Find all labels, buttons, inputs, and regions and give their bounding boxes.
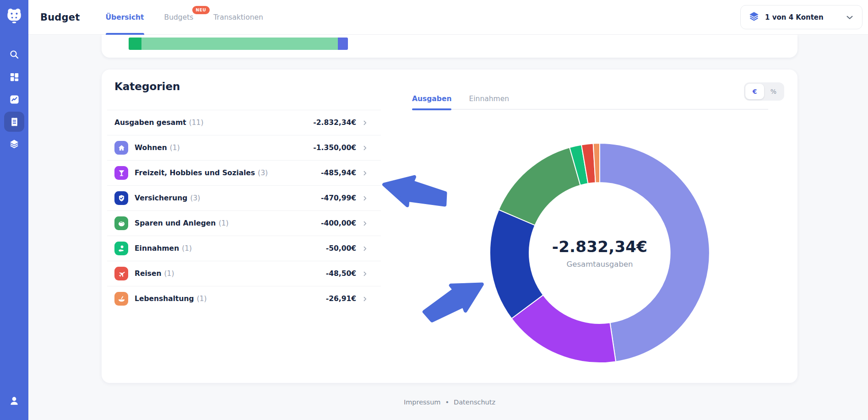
chart-tabs: Ausgaben Einnahmen bbox=[412, 92, 768, 110]
footer-separator: • bbox=[445, 398, 449, 406]
category-value: -48,50€ bbox=[326, 269, 356, 278]
header: Budget Übersicht Budgets NEU Transaktion… bbox=[28, 0, 868, 35]
category-label: Reisen bbox=[135, 269, 162, 278]
chevron-right-icon bbox=[361, 169, 369, 177]
tab-transaktionen-label: Transaktionen bbox=[213, 13, 263, 22]
category-count: (1) bbox=[218, 219, 228, 227]
donut-segment-wohnen[interactable] bbox=[600, 143, 710, 361]
cocktail-icon bbox=[114, 166, 128, 180]
layers-icon bbox=[748, 11, 760, 24]
category-row[interactable]: Versicherung(3)-470,99€ bbox=[107, 185, 381, 210]
category-row[interactable]: Ausgaben gesamt(11)-2.832,34€ bbox=[107, 110, 381, 135]
category-label: Versicherung bbox=[135, 194, 187, 202]
line-chart-icon[interactable] bbox=[4, 89, 24, 109]
chevron-right-icon bbox=[361, 295, 369, 303]
category-count: (3) bbox=[258, 169, 268, 177]
category-row[interactable]: Lebenshaltung(1)-26,91€ bbox=[107, 286, 381, 311]
chevron-right-icon bbox=[361, 119, 369, 127]
kategorien-title: Kategorien bbox=[114, 81, 180, 92]
category-row[interactable]: Sparen und Anlegen(1)-400,00€ bbox=[107, 210, 381, 236]
chevron-right-icon bbox=[361, 245, 369, 253]
percent-toggle-button[interactable]: % bbox=[764, 84, 783, 99]
budget-progress-card bbox=[102, 35, 797, 58]
tab-budgets[interactable]: Budgets NEU bbox=[164, 0, 194, 35]
hand-coin-icon bbox=[114, 242, 128, 255]
category-row[interactable]: Reisen(1)-48,50€ bbox=[107, 261, 381, 286]
airplane-icon bbox=[114, 267, 128, 280]
bar-segment bbox=[129, 38, 141, 50]
chevron-right-icon bbox=[361, 144, 369, 152]
layers-icon[interactable] bbox=[4, 134, 24, 154]
category-value: -26,91€ bbox=[326, 295, 356, 303]
footer: Impressum • Datenschutz bbox=[102, 398, 797, 406]
tab-uebersicht[interactable]: Übersicht bbox=[106, 0, 144, 35]
category-count: (1) bbox=[164, 269, 174, 278]
chevron-right-icon bbox=[361, 220, 369, 227]
category-count: (3) bbox=[190, 194, 200, 202]
piggy-bank-icon bbox=[114, 216, 128, 230]
category-label: Sparen und Anlegen bbox=[135, 219, 216, 227]
food-icon bbox=[114, 292, 128, 306]
category-value: -2.832,34€ bbox=[313, 118, 356, 127]
sidebar bbox=[0, 0, 28, 420]
category-label: Wohnen bbox=[135, 144, 167, 152]
person-icon[interactable] bbox=[4, 391, 24, 411]
category-count: (11) bbox=[189, 118, 204, 127]
tab-ausgaben-label: Ausgaben bbox=[412, 95, 451, 103]
category-list: Ausgaben gesamt(11)-2.832,34€Wohnen(1)-1… bbox=[107, 110, 381, 311]
tab-transaktionen[interactable]: Transaktionen bbox=[213, 0, 263, 35]
hippo-logo[interactable] bbox=[4, 5, 24, 26]
search-icon[interactable] bbox=[4, 44, 24, 65]
category-count: (1) bbox=[197, 295, 207, 303]
tab-uebersicht-label: Übersicht bbox=[106, 13, 144, 22]
category-value: -485,94€ bbox=[321, 169, 356, 177]
category-label: Lebenshaltung bbox=[135, 295, 194, 303]
euro-toggle-button[interactable]: € bbox=[745, 84, 764, 99]
donut-segment-sparen-und-anlegen[interactable] bbox=[499, 147, 580, 225]
account-selector[interactable]: 1 von 4 Konten bbox=[740, 5, 863, 29]
category-value: -50,00€ bbox=[326, 244, 356, 253]
chevron-right-icon bbox=[361, 270, 369, 278]
shield-check-icon bbox=[114, 191, 128, 205]
dashboard-icon[interactable] bbox=[4, 67, 24, 87]
account-selector-label: 1 von 4 Konten bbox=[765, 13, 824, 22]
page-title: Budget bbox=[40, 12, 80, 23]
impressum-link[interactable]: Impressum bbox=[404, 398, 441, 406]
budget-progress-bar bbox=[129, 38, 348, 50]
tab-budgets-label: Budgets bbox=[164, 13, 194, 22]
category-row[interactable]: Einnahmen(1)-50,00€ bbox=[107, 236, 381, 261]
category-row[interactable]: Freizeit, Hobbies und Soziales(3)-485,94… bbox=[107, 160, 381, 185]
kategorien-card: Kategorien Ausgaben gesamt(11)-2.832,34€… bbox=[102, 70, 797, 383]
chevron-down-icon bbox=[845, 12, 855, 22]
budget-app: Budget Übersicht Budgets NEU Transaktion… bbox=[0, 0, 868, 420]
chevron-right-icon bbox=[361, 194, 369, 202]
sidebar-nav bbox=[4, 44, 24, 154]
receipt-icon[interactable] bbox=[4, 112, 24, 132]
donut-chart[interactable]: -2.832,34€ Gesamtausgaben bbox=[488, 141, 712, 365]
category-value: -470,99€ bbox=[321, 194, 356, 202]
neu-badge: NEU bbox=[192, 6, 210, 14]
category-count: (1) bbox=[170, 144, 180, 152]
category-count: (1) bbox=[182, 244, 192, 253]
tab-ausgaben[interactable]: Ausgaben bbox=[412, 92, 451, 109]
category-value: -1.350,00€ bbox=[313, 144, 356, 152]
datenschutz-link[interactable]: Datenschutz bbox=[454, 398, 495, 406]
header-tabs: Übersicht Budgets NEU Transaktionen bbox=[106, 0, 263, 35]
unit-toggle: € % bbox=[744, 82, 784, 101]
house-icon bbox=[114, 141, 128, 155]
category-label: Ausgaben gesamt bbox=[114, 118, 186, 127]
bar-segment bbox=[141, 38, 338, 50]
category-value: -400,00€ bbox=[321, 219, 356, 227]
category-label: Freizeit, Hobbies und Soziales bbox=[135, 169, 255, 177]
bar-segment bbox=[338, 38, 348, 50]
tab-einnahmen[interactable]: Einnahmen bbox=[469, 92, 509, 109]
category-label: Einnahmen bbox=[135, 244, 179, 253]
category-row[interactable]: Wohnen(1)-1.350,00€ bbox=[107, 135, 381, 160]
tab-einnahmen-label: Einnahmen bbox=[469, 95, 509, 103]
